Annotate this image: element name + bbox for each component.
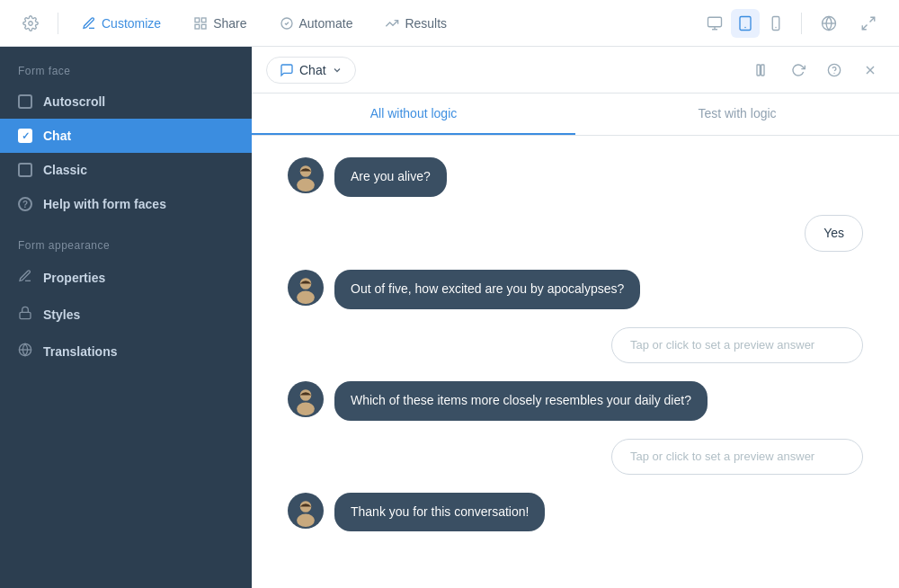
svg-point-35 xyxy=(297,403,315,415)
bot-avatar-7 xyxy=(288,493,324,529)
bot-avatar-3 xyxy=(288,270,324,306)
bot-avatar-1 xyxy=(288,157,324,193)
chat-row-4: Tap or click to set a preview answer xyxy=(288,327,863,363)
classic-checkbox[interactable] xyxy=(18,163,32,177)
help-label: Help with form faces xyxy=(43,197,166,211)
svg-rect-20 xyxy=(757,65,760,76)
nav-divider-2 xyxy=(801,13,802,34)
message-7: Thank you for this conversation! xyxy=(334,493,545,532)
help-icon: ? xyxy=(18,197,32,211)
close-icon-btn[interactable] xyxy=(856,56,885,85)
chat-checkbox[interactable] xyxy=(18,129,32,143)
svg-line-16 xyxy=(862,24,867,29)
device-icons xyxy=(700,9,790,38)
expand-icon-btn[interactable] xyxy=(852,7,885,40)
chat-row-5: Which of these items more closely resemb… xyxy=(288,381,863,421)
desktop-btn[interactable] xyxy=(700,9,729,38)
svg-rect-3 xyxy=(201,24,206,29)
chat-row-2: Yes xyxy=(288,215,863,253)
classic-label: Classic xyxy=(43,163,87,177)
chat-label: Chat xyxy=(43,129,71,143)
reload-icon-btn[interactable] xyxy=(784,56,813,85)
nav-automate[interactable]: Automate xyxy=(267,11,366,36)
message-6[interactable]: Tap or click to set a preview answer xyxy=(611,439,863,475)
nav-customize[interactable]: Customize xyxy=(69,11,174,36)
tabs-bar: All without logic Test with logic xyxy=(252,94,899,136)
sidebar-item-properties[interactable]: Properties xyxy=(0,259,252,296)
bot-avatar-5 xyxy=(288,381,324,417)
sidebar-item-chat[interactable]: Chat xyxy=(0,119,252,153)
svg-rect-6 xyxy=(708,17,722,27)
help-icon-btn[interactable] xyxy=(820,56,849,85)
nav-results[interactable]: Results xyxy=(372,11,459,36)
svg-rect-21 xyxy=(761,65,764,76)
chat-row-7: Thank you for this conversation! xyxy=(288,493,863,532)
svg-point-38 xyxy=(297,513,315,526)
message-4[interactable]: Tap or click to set a preview answer xyxy=(611,327,863,363)
message-1: Are you alive? xyxy=(334,157,447,197)
settings-icon-btn[interactable] xyxy=(14,7,47,40)
sidebar-item-translations[interactable]: Translations xyxy=(0,333,252,370)
nav-divider xyxy=(58,13,58,34)
svg-rect-17 xyxy=(20,312,31,318)
svg-rect-4 xyxy=(195,24,200,29)
chat-row-3: Out of five, how excited are you by apoc… xyxy=(288,270,863,309)
refresh-icon-btn[interactable] xyxy=(748,56,777,85)
svg-point-32 xyxy=(297,291,315,304)
message-3: Out of five, how excited are you by apoc… xyxy=(334,270,640,309)
chat-area: Are you alive? Yes Out of five, how exci… xyxy=(252,136,899,588)
chat-dropdown-label: Chat xyxy=(299,63,326,77)
svg-rect-2 xyxy=(201,18,206,22)
svg-point-0 xyxy=(29,21,33,25)
message-2: Yes xyxy=(805,215,863,253)
preview-header: Chat xyxy=(252,47,899,94)
translations-icon xyxy=(18,343,32,360)
sidebar-item-help[interactable]: ? Help with form faces xyxy=(0,187,252,221)
options-icon-btn[interactable] xyxy=(813,7,845,40)
properties-label: Properties xyxy=(43,271,105,285)
sidebar-item-autoscroll[interactable]: Autoscroll xyxy=(0,85,252,119)
autoscroll-label: Autoscroll xyxy=(43,94,105,109)
chat-dropdown[interactable]: Chat xyxy=(266,57,356,84)
translations-label: Translations xyxy=(43,344,117,359)
svg-rect-1 xyxy=(195,18,200,22)
top-nav: Customize Share Automate Results xyxy=(0,0,899,47)
sidebar-item-styles[interactable]: Styles xyxy=(0,296,252,333)
mobile-btn[interactable] xyxy=(761,9,790,38)
content-area: Chat All without logic Tes xyxy=(252,47,899,588)
sidebar: Form face Autoscroll Chat Classic ? Help… xyxy=(0,47,252,588)
styles-icon xyxy=(18,306,32,323)
sidebar-item-classic[interactable]: Classic xyxy=(0,153,252,187)
nav-share[interactable]: Share xyxy=(181,11,259,36)
tab-test-with-logic[interactable]: Test with logic xyxy=(575,94,899,135)
main-layout: Form face Autoscroll Chat Classic ? Help… xyxy=(0,47,899,588)
chat-row-6: Tap or click to set a preview answer xyxy=(288,439,863,475)
svg-point-28 xyxy=(297,179,315,192)
form-appearance-label: Form appearance xyxy=(0,221,252,259)
tablet-btn[interactable] xyxy=(731,9,760,38)
autoscroll-checkbox[interactable] xyxy=(18,94,32,109)
properties-icon xyxy=(18,269,32,286)
svg-line-15 xyxy=(870,17,875,22)
form-face-label: Form face xyxy=(0,47,252,85)
tab-all-without-logic[interactable]: All without logic xyxy=(252,94,575,135)
chat-row-1: Are you alive? xyxy=(288,157,863,197)
preview-actions xyxy=(748,56,885,85)
message-5: Which of these items more closely resemb… xyxy=(334,381,708,421)
styles-label: Styles xyxy=(43,307,80,322)
